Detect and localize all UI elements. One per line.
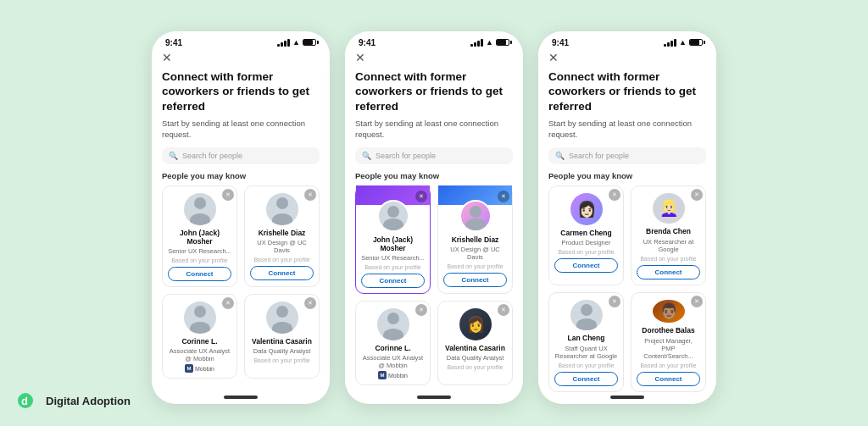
close-button-3[interactable]: ✕	[548, 51, 706, 64]
search-icon-3: 🔍	[555, 152, 565, 160]
person-name-2-3: Corinne L.	[375, 344, 410, 352]
person-name-3-2: Brenda Chen	[646, 227, 691, 235]
wifi-icon-3: ▲	[679, 38, 687, 47]
based-on-1-4: Based on your profile	[253, 357, 309, 363]
based-on-2-4: Based on your profile	[447, 364, 503, 370]
search-bar-3[interactable]: 🔍 Search for people	[548, 147, 706, 164]
time-2: 9:41	[359, 38, 376, 47]
status-bar-2: 9:41 ▲	[345, 31, 523, 51]
avatar-3-1: 👩🏻	[570, 193, 603, 225]
person-card-1-2: ✕ Krishelle Diaz UX Design @ UC Davis Ba…	[244, 185, 320, 287]
card-close-3-4[interactable]: ✕	[691, 296, 703, 307]
connect-button-1-2[interactable]: Connect	[250, 266, 314, 280]
subtext-2: Start by sending at least one connection…	[355, 118, 513, 141]
person-name-1-3: Corinne L.	[181, 337, 217, 346]
person-card-1-4: ✕ Valentina Casarin Data Quality Analyst…	[244, 294, 320, 379]
svg-text:d: d	[21, 395, 28, 407]
person-title-2-3: Associate UX Analyst @ Mobbin	[361, 354, 425, 369]
card-close-1-4[interactable]: ✕	[304, 297, 316, 309]
card-close-2-3[interactable]: ✕	[415, 304, 427, 316]
status-bar-3: 9:41 ▲	[538, 31, 716, 51]
card-close-3-2[interactable]: ✕	[691, 189, 703, 201]
search-placeholder-2: Search for people	[376, 152, 436, 160]
card-close-1-2[interactable]: ✕	[304, 189, 316, 201]
section-label-3: People you may know	[548, 171, 706, 180]
person-title-3-4: Project Manager, PMP Content/Search...	[637, 337, 700, 360]
logo-icon: d	[17, 389, 41, 412]
connect-button-2-2[interactable]: Connect	[443, 273, 507, 287]
signal-icon-3	[664, 39, 676, 47]
avatar-1-4	[266, 302, 298, 334]
headline-1: Connect with former coworkers or friends…	[162, 69, 320, 114]
person-title-3-3: Staff Quant UX Researcher at Google	[554, 345, 618, 360]
people-grid-3: ✕ 👩🏻 Carmen Cheng Product Designer Based…	[548, 185, 706, 392]
person-name-2-1: John (Jack) Mosher	[361, 235, 425, 252]
signal-icon-1	[277, 39, 290, 47]
status-icons-2: ▲	[470, 38, 509, 47]
people-grid-1: ✕ John (Jack) Mosher Senior UX Research.…	[162, 185, 320, 379]
card-close-2-4[interactable]: ✕	[498, 304, 509, 316]
avatar-3-4: 👨🏽	[653, 300, 685, 324]
search-placeholder-3: Search for people	[569, 152, 629, 160]
battery-icon-2	[496, 39, 509, 46]
person-card-2-2: ✕ Krishelle Diaz UX Design @ UC Davis Ba…	[437, 185, 513, 294]
person-card-3-4: ✕ 👨🏽 Dorothee Balas Project Manager, PMP…	[631, 292, 706, 392]
time-3: 9:41	[552, 38, 569, 47]
connect-button-2-1[interactable]: Connect	[361, 274, 425, 288]
person-title-1-1: Senior UX Research...	[168, 247, 231, 255]
person-title-1-3: Associate UX Analyst @ Mobbin	[168, 347, 231, 362]
card-close-2-1[interactable]: ✕	[415, 191, 427, 202]
card-close-2-2[interactable]: ✕	[498, 191, 509, 202]
section-label-1: People you may know	[162, 171, 320, 180]
person-card-1-1: ✕ John (Jack) Mosher Senior UX Research.…	[162, 185, 237, 287]
avatar-2-3	[377, 308, 409, 340]
avatar-2-2	[459, 200, 492, 232]
battery-icon-1	[303, 39, 316, 46]
card-close-3-1[interactable]: ✕	[609, 189, 620, 201]
card-close-1-1[interactable]: ✕	[222, 189, 234, 201]
close-button-2[interactable]: ✕	[355, 51, 513, 64]
close-button-1[interactable]: ✕	[162, 51, 320, 64]
avatar-1-3	[184, 302, 216, 334]
search-bar-1[interactable]: 🔍 Search for people	[162, 147, 320, 164]
logo-area: d Digital Adoption	[17, 389, 131, 412]
company-name-1-3: Mobbin	[195, 366, 214, 372]
person-name-1-4: Valentina Casarin	[252, 337, 312, 346]
search-icon-2: 🔍	[362, 152, 371, 160]
avatar-3-2: 👱🏻‍♀️	[653, 193, 685, 224]
wifi-icon-2: ▲	[486, 38, 493, 47]
connect-button-3-1[interactable]: Connect	[554, 258, 618, 273]
person-title-3-1: Product Designer	[562, 239, 611, 246]
headline-2: Connect with former coworkers or friends…	[355, 69, 513, 114]
status-bar-1: 9:41 ▲	[152, 31, 330, 51]
connect-button-1-1[interactable]: Connect	[168, 267, 231, 281]
based-on-2-2: Based on your profile	[447, 263, 503, 269]
company-name-2-3: Mobbin	[388, 373, 408, 379]
connect-button-3-3[interactable]: Connect	[554, 372, 618, 386]
search-placeholder-1: Search for people	[182, 152, 242, 160]
search-bar-2[interactable]: 🔍 Search for people	[355, 147, 513, 164]
wifi-icon-1: ▲	[292, 38, 300, 47]
people-grid-2: ✕ John (Jack) Mosher Senior UX Research.…	[355, 185, 513, 386]
person-title-1-4: Data Quality Analyst	[253, 347, 311, 355]
company-icon-1-3: M	[185, 364, 193, 373]
status-icons-1: ▲	[277, 38, 316, 47]
person-title-2-1: Senior UX Research...	[361, 254, 425, 262]
phones-container: 9:41 ▲ ✕ Connect with former coworkers o…	[152, 23, 716, 404]
card-close-1-3[interactable]: ✕	[222, 297, 234, 309]
nav-indicator-1	[224, 396, 258, 399]
signal-icon-2	[470, 39, 483, 47]
avatar-3-3	[570, 300, 603, 331]
person-card-2-3: ✕ Corinne L. Associate UX Analyst @ Mobb…	[355, 301, 431, 385]
nav-indicator-3	[610, 396, 644, 399]
connect-button-3-4[interactable]: Connect	[637, 372, 700, 386]
phone-1: 9:41 ▲ ✕ Connect with former coworkers o…	[152, 31, 330, 404]
card-close-3-3[interactable]: ✕	[609, 296, 620, 307]
avatar-2-4: 👩	[459, 308, 492, 340]
person-card-2-4: ✕ 👩 Valentina Casarin Data Quality Analy…	[437, 301, 513, 385]
subtext-1: Start by sending at least one connection…	[162, 118, 320, 141]
person-title-2-4: Data Quality Analyst	[447, 354, 504, 362]
avatar-2-1	[377, 200, 409, 232]
connect-button-3-2[interactable]: Connect	[637, 265, 700, 279]
avatar-1-2	[266, 193, 298, 225]
